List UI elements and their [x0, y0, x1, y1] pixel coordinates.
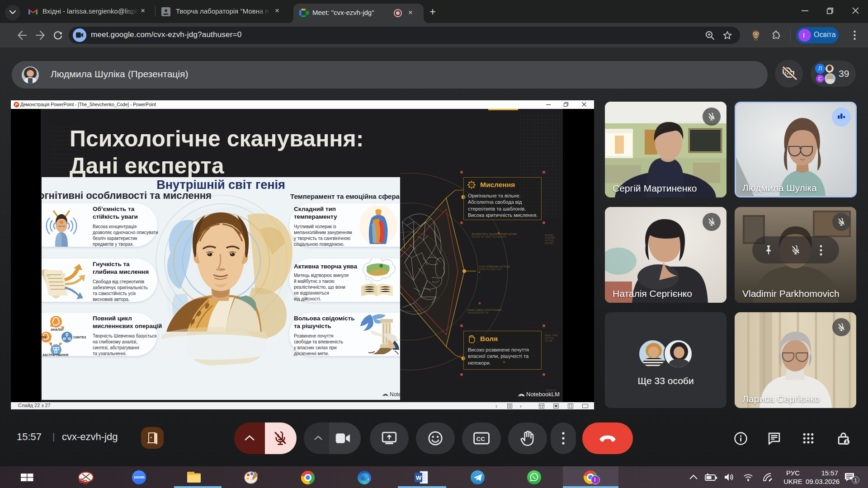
svg-text:?: ?	[471, 183, 473, 187]
svg-text:АЛІЗ: АЛІЗ	[42, 336, 47, 339]
svg-text:P: P	[15, 103, 18, 107]
svg-text:АБСТРАГУВАННЯ: АБСТРАГУВАННЯ	[42, 353, 68, 357]
svg-text:CC: CC	[476, 436, 486, 442]
svg-text:АНАЛІЗ: АНАЛІЗ	[51, 328, 63, 331]
svg-text:СИНТЕЗ: СИНТЕЗ	[73, 336, 86, 339]
svg-text:W: W	[416, 474, 422, 481]
